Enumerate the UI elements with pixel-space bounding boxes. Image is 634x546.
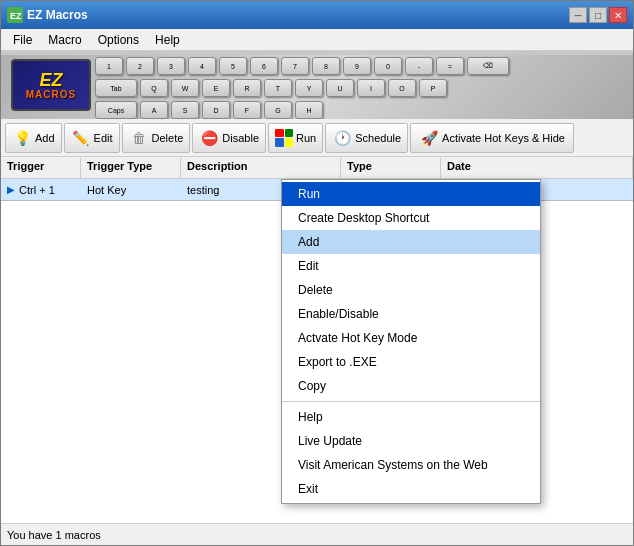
ctx-item-delete[interactable]: Delete [282, 278, 540, 302]
maximize-button[interactable]: □ [589, 7, 607, 23]
key-4: 4 [188, 57, 216, 75]
trigger-value: Ctrl + 1 [19, 184, 55, 196]
key-u: U [326, 79, 354, 97]
delete-icon: 🗑 [129, 128, 149, 148]
schedule-button[interactable]: 🕐 Schedule [325, 123, 408, 153]
key-e: E [202, 79, 230, 97]
key-i: I [357, 79, 385, 97]
key-tab: Tab [95, 79, 137, 97]
ctx-item-export[interactable]: Export to .EXE [282, 350, 540, 374]
key-9: 9 [343, 57, 371, 75]
key-6: 6 [250, 57, 278, 75]
ctx-item-enable[interactable]: Enable/Disable [282, 302, 540, 326]
key-q: Q [140, 79, 168, 97]
key-r: R [233, 79, 261, 97]
status-text: You have 1 macros [7, 529, 101, 541]
disable-label: Disable [222, 132, 259, 144]
delete-button[interactable]: 🗑 Delete [122, 123, 191, 153]
ctx-item-hotkey[interactable]: Actvate Hot Key Mode [282, 326, 540, 350]
ctx-item-exit[interactable]: Exit [282, 477, 540, 501]
add-button[interactable]: 💡 Add [5, 123, 62, 153]
context-menu: Run Create Desktop Shortcut Add Edit Del… [281, 179, 541, 504]
key-t: T [264, 79, 292, 97]
key-d: D [202, 101, 230, 119]
ctx-item-update[interactable]: Live Update [282, 429, 540, 453]
add-label: Add [35, 132, 55, 144]
menu-file[interactable]: File [5, 31, 40, 49]
key-backspace: ⌫ [467, 57, 509, 75]
app-banner: 1 2 3 4 5 6 7 8 9 0 - = ⌫ Tab Q W E R T [1, 51, 633, 119]
menu-bar: File Macro Options Help [1, 29, 633, 51]
ctx-item-edit[interactable]: Edit [282, 254, 540, 278]
add-icon: 💡 [12, 128, 32, 148]
key-equals: = [436, 57, 464, 75]
ctx-item-help[interactable]: Help [282, 405, 540, 429]
run-label: Run [296, 132, 316, 144]
minimize-button[interactable]: ─ [569, 7, 587, 23]
col-header-type: Type [341, 157, 441, 178]
table-header: Trigger Trigger Type Description Type Da… [1, 157, 633, 179]
run-button[interactable]: Run [268, 123, 323, 153]
svg-text:EZ: EZ [10, 11, 22, 21]
key-p: P [419, 79, 447, 97]
close-button[interactable]: ✕ [609, 7, 627, 23]
edit-button[interactable]: ✏️ Edit [64, 123, 120, 153]
ctx-item-copy[interactable]: Copy [282, 374, 540, 398]
disable-button[interactable]: ⛔ Disable [192, 123, 266, 153]
row-arrow-icon: ▶ [7, 184, 15, 195]
logo-macros-text: MACROS [26, 89, 76, 100]
key-2: 2 [126, 57, 154, 75]
schedule-icon: 🕐 [332, 128, 352, 148]
toolbar: 💡 Add ✏️ Edit 🗑 Delete ⛔ Disable Run 🕐 [1, 119, 633, 157]
window-title: EZ Macros [27, 8, 565, 22]
edit-icon: ✏️ [71, 128, 91, 148]
key-caps: Caps [95, 101, 137, 119]
menu-macro[interactable]: Macro [40, 31, 89, 49]
logo-ez-text: EZ [39, 71, 62, 89]
delete-label: Delete [152, 132, 184, 144]
ctx-item-run[interactable]: Run [282, 182, 540, 206]
app-icon: EZ [7, 7, 23, 23]
key-7: 7 [281, 57, 309, 75]
main-window: EZ EZ Macros ─ □ ✕ File Macro Options He… [0, 0, 634, 546]
key-a: A [140, 101, 168, 119]
ez-macros-logo: EZ MACROS [11, 59, 91, 111]
cell-trigger: ▶ Ctrl + 1 [1, 182, 81, 198]
key-s: S [171, 101, 199, 119]
key-w: W [171, 79, 199, 97]
title-bar: EZ EZ Macros ─ □ ✕ [1, 1, 633, 29]
key-f: F [233, 101, 261, 119]
disable-icon: ⛔ [199, 128, 219, 148]
key-y: Y [295, 79, 323, 97]
key-minus: - [405, 57, 433, 75]
col-header-date: Date [441, 157, 633, 178]
schedule-label: Schedule [355, 132, 401, 144]
key-5: 5 [219, 57, 247, 75]
keyboard-background: 1 2 3 4 5 6 7 8 9 0 - = ⌫ Tab Q W E R T [1, 55, 633, 119]
window-controls: ─ □ ✕ [569, 7, 627, 23]
col-header-trigger: Trigger [1, 157, 81, 178]
table-area: Trigger Trigger Type Description Type Da… [1, 157, 633, 523]
col-header-description: Description [181, 157, 341, 178]
key-3: 3 [157, 57, 185, 75]
menu-help[interactable]: Help [147, 31, 188, 49]
ctx-item-web[interactable]: Visit American Systems on the Web [282, 453, 540, 477]
key-o: O [388, 79, 416, 97]
key-0: 0 [374, 57, 402, 75]
ctx-item-shortcut[interactable]: Create Desktop Shortcut [282, 206, 540, 230]
key-8: 8 [312, 57, 340, 75]
status-bar: You have 1 macros [1, 523, 633, 545]
key-h: H [295, 101, 323, 119]
cell-trigger-type: Hot Key [81, 182, 181, 198]
edit-label: Edit [94, 132, 113, 144]
key-g: G [264, 101, 292, 119]
activate-icon: 🚀 [419, 128, 439, 148]
ctx-item-add[interactable]: Add [282, 230, 540, 254]
menu-options[interactable]: Options [90, 31, 147, 49]
activate-label: Activate Hot Keys & Hide [442, 132, 565, 144]
activate-button[interactable]: 🚀 Activate Hot Keys & Hide [410, 123, 574, 153]
key-1: 1 [95, 57, 123, 75]
col-header-trigger-type: Trigger Type [81, 157, 181, 178]
run-icon [275, 129, 293, 147]
ctx-divider-1 [282, 401, 540, 402]
